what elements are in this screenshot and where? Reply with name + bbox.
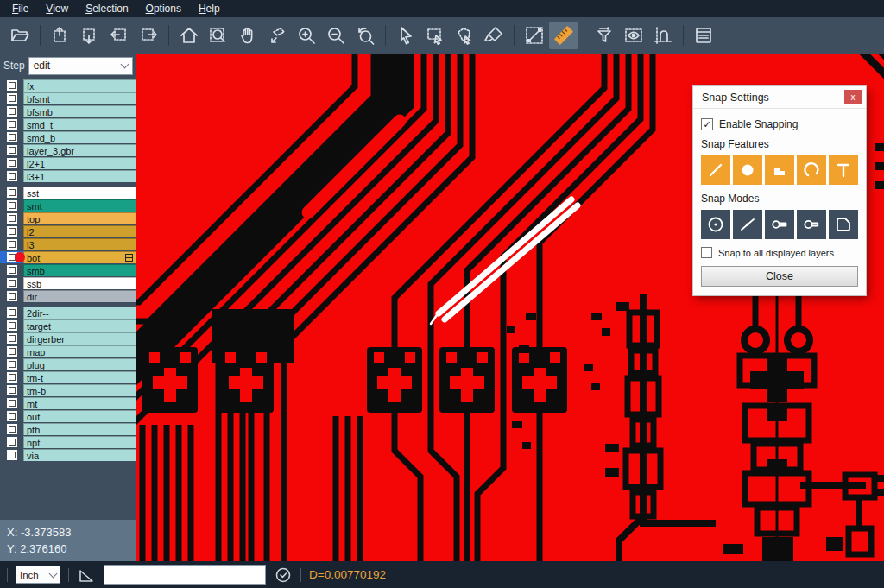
layer-visibility-checkbox[interactable] xyxy=(0,345,23,357)
select-rectangle-button[interactable] xyxy=(420,22,450,49)
layer-visibility-checkbox[interactable] xyxy=(0,118,23,130)
layer-name[interactable]: map xyxy=(23,345,136,357)
layer-name[interactable]: dir xyxy=(23,290,136,302)
layer-visibility-checkbox[interactable] xyxy=(0,449,23,461)
snap-feature-line-button[interactable] xyxy=(701,155,730,185)
pcb-canvas[interactable]: Snap Settings x Enable Snapping Snap Fea… xyxy=(136,54,884,561)
layer-name[interactable]: top xyxy=(23,212,136,224)
snap-mode-polygon-button[interactable] xyxy=(829,210,858,239)
scroll-right-button[interactable] xyxy=(134,22,163,49)
layer-name[interactable]: smd_t xyxy=(23,118,136,130)
scroll-up-button[interactable] xyxy=(46,22,75,49)
select-polygon-button[interactable] xyxy=(450,22,479,49)
layer-visibility-checkbox[interactable] xyxy=(0,358,23,370)
pan-hand-button[interactable] xyxy=(233,22,262,49)
layer-name[interactable]: smd_b xyxy=(23,131,136,143)
layer-name[interactable]: bfsmt xyxy=(23,92,136,104)
snap-feature-arc-button[interactable] xyxy=(797,155,826,185)
snap-feature-circle-button[interactable] xyxy=(733,155,762,185)
layer-name[interactable]: tm-t xyxy=(23,371,136,383)
menu-item-selection[interactable]: Selection xyxy=(77,0,136,17)
layer-name[interactable]: bfsmb xyxy=(23,105,136,117)
menu-item-help[interactable]: Help xyxy=(190,0,229,17)
layer-visibility-checkbox[interactable] xyxy=(0,384,23,396)
zoom-in-button[interactable] xyxy=(292,22,321,49)
layer-visibility-checkbox[interactable] xyxy=(0,307,23,319)
layer-name[interactable]: bot xyxy=(23,251,136,263)
filter-button[interactable] xyxy=(590,22,619,49)
layer-name[interactable]: l2+1 xyxy=(23,157,136,169)
snap-all-checkbox[interactable] xyxy=(701,247,712,258)
layer-visibility-checkbox[interactable] xyxy=(0,290,23,302)
layer-name[interactable]: npt xyxy=(23,436,136,448)
step-dropdown[interactable]: edit xyxy=(28,57,133,75)
circle-check-icon[interactable] xyxy=(274,566,293,585)
layer-visibility-checkbox[interactable] xyxy=(0,187,23,199)
enable-snapping-checkbox[interactable] xyxy=(701,118,713,130)
layer-visibility-checkbox[interactable] xyxy=(0,277,23,289)
zoom-out-button[interactable] xyxy=(321,22,350,49)
layer-visibility-checkbox[interactable] xyxy=(0,397,23,409)
layer-name[interactable]: l2 xyxy=(23,225,136,237)
zoom-previous-button[interactable] xyxy=(350,22,380,49)
home-view-button[interactable] xyxy=(174,22,204,49)
layer-visibility-checkbox[interactable] xyxy=(0,264,23,276)
layer-name[interactable]: tm-b xyxy=(23,384,136,396)
zoom-window-button[interactable] xyxy=(204,22,233,49)
layer-name[interactable]: fx xyxy=(23,79,136,92)
menu-item-file[interactable]: File xyxy=(3,0,37,17)
trace-path-button[interactable] xyxy=(648,22,678,49)
paint-brush-button[interactable] xyxy=(479,22,508,49)
view-box-button[interactable] xyxy=(619,22,648,49)
layer-visibility-checkbox[interactable] xyxy=(0,144,23,156)
layer-visibility-checkbox[interactable] xyxy=(0,423,23,435)
measure-line-button[interactable] xyxy=(520,22,549,49)
layer-visibility-checkbox[interactable] xyxy=(0,238,23,250)
layer-name[interactable]: ssb xyxy=(23,277,136,289)
layer-name[interactable]: out xyxy=(23,410,136,422)
layer-visibility-checkbox[interactable] xyxy=(0,79,23,92)
snap-mode-pad-entry-button[interactable] xyxy=(765,210,794,239)
layer-name[interactable]: pth xyxy=(23,423,136,435)
snap-feature-corner-button[interactable] xyxy=(765,155,794,185)
layer-visibility-checkbox[interactable] xyxy=(0,319,23,332)
snap-feature-text-button[interactable] xyxy=(829,155,858,185)
layer-visibility-checkbox[interactable] xyxy=(0,410,23,422)
snap-mode-center-button[interactable] xyxy=(701,210,730,239)
layer-name[interactable]: l3 xyxy=(23,238,136,250)
layer-visibility-checkbox[interactable] xyxy=(0,131,23,143)
layer-name[interactable]: dirgerber xyxy=(23,332,136,345)
layer-visibility-checkbox[interactable] xyxy=(0,212,23,224)
report-button[interactable] xyxy=(689,22,718,49)
move-shape-button[interactable] xyxy=(262,22,292,49)
open-button[interactable] xyxy=(5,22,35,49)
layer-visibility-checkbox[interactable] xyxy=(0,332,23,345)
layer-name[interactable]: via xyxy=(23,449,136,461)
menu-item-options[interactable]: Options xyxy=(137,0,190,17)
snap-close-button[interactable]: Close xyxy=(701,266,858,287)
layer-visibility-checkbox[interactable] xyxy=(0,371,23,383)
layer-visibility-checkbox[interactable] xyxy=(0,170,23,182)
snap-mode-midpoint-button[interactable] xyxy=(733,210,762,239)
layer-name[interactable]: sst xyxy=(23,187,136,199)
dialog-close-icon[interactable]: x xyxy=(844,90,862,104)
layer-name[interactable]: layer_3.gbr xyxy=(23,144,136,156)
layer-visibility-checkbox[interactable] xyxy=(0,157,23,169)
layer-name[interactable]: smb xyxy=(23,264,136,276)
layer-visibility-checkbox[interactable] xyxy=(0,105,23,117)
layer-visibility-checkbox[interactable] xyxy=(0,225,23,237)
measure-input[interactable] xyxy=(104,565,266,585)
layer-name[interactable]: target xyxy=(23,319,136,332)
layer-name[interactable]: mt xyxy=(23,397,136,409)
dialog-titlebar[interactable]: Snap Settings x xyxy=(693,86,866,109)
layer-name[interactable]: l3+1 xyxy=(23,170,136,182)
layer-name[interactable]: plug xyxy=(23,358,136,370)
layer-name[interactable]: 2dir-- xyxy=(23,307,136,319)
layer-visibility-checkbox[interactable] xyxy=(0,199,23,212)
layer-visibility-checkbox[interactable] xyxy=(0,436,23,448)
menu-item-view[interactable]: View xyxy=(37,0,77,17)
units-dropdown[interactable]: Inch xyxy=(16,566,60,584)
select-cursor-button[interactable] xyxy=(391,22,420,49)
snap-mode-pad-outline-button[interactable] xyxy=(797,210,826,239)
scroll-down-button[interactable] xyxy=(75,22,104,49)
